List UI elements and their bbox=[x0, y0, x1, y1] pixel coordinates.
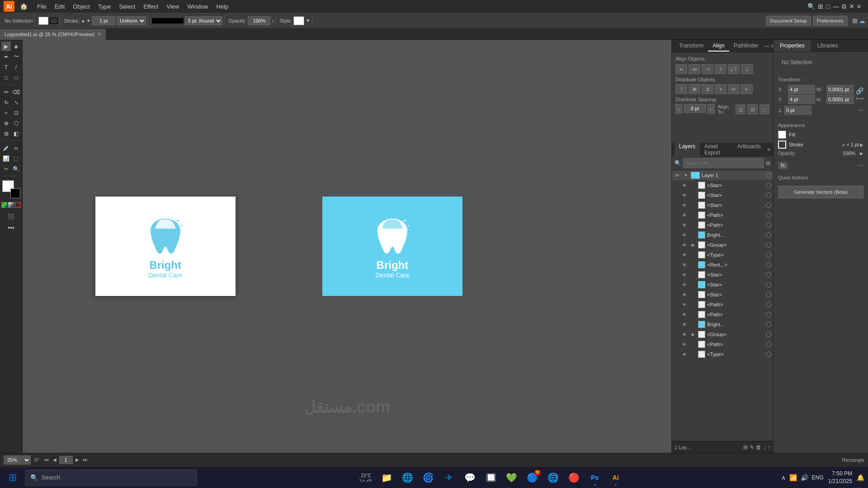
dist-left-btn[interactable]: ⊧ bbox=[715, 84, 726, 94]
layer-vis-star1[interactable]: 👁 bbox=[681, 182, 688, 189]
pen-tool[interactable]: ✒ bbox=[1, 52, 11, 61]
screen-mode-btn[interactable]: ⬛ bbox=[2, 211, 20, 221]
minimize-btn[interactable]: — bbox=[833, 3, 839, 10]
layer-delete-btn[interactable]: 🗑 bbox=[756, 444, 761, 450]
x-input[interactable] bbox=[788, 85, 815, 94]
curvature-tool[interactable]: 〜 bbox=[11, 52, 21, 61]
layer-expand-1[interactable]: ▼ bbox=[683, 172, 689, 178]
taskbar-edge[interactable]: 🌐 bbox=[399, 469, 417, 487]
zoom-tool[interactable]: 🔍 bbox=[11, 164, 21, 174]
taskbar-file-explorer[interactable]: 📁 bbox=[378, 469, 396, 487]
layer-vis-path2[interactable]: 👁 bbox=[681, 221, 688, 229]
notification-icon[interactable]: 🔔 bbox=[857, 474, 864, 481]
layer-vis-path4[interactable]: 👁 bbox=[681, 311, 688, 318]
layer-vis-type1[interactable]: 👁 bbox=[681, 251, 688, 258]
y-input[interactable] bbox=[788, 95, 815, 104]
taskbar-photoshop[interactable]: Ps bbox=[586, 469, 604, 487]
align-right-btn[interactable]: ⊣ bbox=[702, 64, 713, 74]
align-bottom-btn[interactable]: ⊥ bbox=[741, 64, 753, 74]
taskbar-telegram[interactable]: ✈ bbox=[440, 469, 458, 487]
next-artboard-btn[interactable]: ▶ bbox=[74, 456, 81, 464]
align-center-h-btn[interactable]: ⊣⊢ bbox=[689, 64, 700, 74]
menu-type[interactable]: Type bbox=[94, 2, 114, 11]
search-icon[interactable]: 🔍 bbox=[807, 3, 815, 10]
line-tool[interactable]: / bbox=[11, 62, 21, 72]
doc-tab[interactable]: Logoedited1.ai @ 25 % (CMYK/Preview) ✕ bbox=[0, 29, 106, 40]
scale-tool[interactable]: ⤡ bbox=[11, 98, 21, 107]
layer-item-star2[interactable]: 👁 <Star> bbox=[672, 190, 773, 200]
tab-align[interactable]: Align bbox=[708, 41, 729, 52]
tab-asset-export[interactable]: Asset Export bbox=[700, 141, 733, 158]
layer-item-type1[interactable]: 👁 <Type> bbox=[672, 250, 773, 260]
taskbar-discord[interactable]: 💬 bbox=[461, 469, 479, 487]
w-input[interactable] bbox=[826, 85, 854, 94]
gradient-tool[interactable]: ◧ bbox=[11, 129, 21, 138]
layer-vis-path3[interactable]: 👁 bbox=[681, 301, 688, 308]
layer-item-1[interactable]: 👁 ▼ Layer 1 bbox=[672, 170, 773, 180]
stroke-down-icon[interactable]: ▼ bbox=[846, 143, 850, 147]
close-btn[interactable]: ✕ bbox=[849, 3, 854, 10]
layer-target-bright2[interactable] bbox=[766, 322, 771, 327]
opacity-input[interactable] bbox=[248, 16, 270, 25]
layer-item-path2[interactable]: 👁 <Path> bbox=[672, 220, 773, 230]
layer-target-star1[interactable] bbox=[766, 183, 771, 188]
more-tools-btn[interactable]: ••• bbox=[2, 223, 20, 232]
tab-properties[interactable]: Properties bbox=[774, 40, 811, 52]
color-boxes[interactable] bbox=[2, 180, 20, 198]
taskbar-whatsapp[interactable]: 💚 bbox=[503, 469, 521, 487]
stroke-swatch[interactable] bbox=[778, 141, 786, 149]
constrain-icon[interactable]: 🔗 bbox=[856, 87, 863, 94]
layer-item-bright2[interactable]: 👁 Bright... bbox=[672, 319, 773, 329]
menu-view[interactable]: View bbox=[163, 2, 183, 11]
transform-more-icon[interactable]: ⋯ bbox=[858, 107, 863, 113]
layer-target-path3[interactable] bbox=[766, 302, 771, 307]
fill-swatch[interactable] bbox=[778, 131, 786, 139]
artboard-tool[interactable]: ⬚ bbox=[11, 154, 21, 163]
menu-edit[interactable]: Edit bbox=[51, 2, 68, 11]
layer-vis-bright2[interactable]: 👁 bbox=[681, 321, 688, 328]
layer-target-star4[interactable] bbox=[766, 272, 771, 277]
spacing-input[interactable] bbox=[684, 104, 706, 113]
layer-target-path1[interactable] bbox=[766, 212, 771, 218]
type-tool[interactable]: T bbox=[1, 62, 11, 72]
layer-vis-rect[interactable]: 👁 bbox=[681, 261, 688, 268]
menu-object[interactable]: Object bbox=[69, 2, 94, 11]
layer-expand-group1[interactable]: ▶ bbox=[690, 242, 696, 248]
tab-layers[interactable]: Layers bbox=[675, 141, 700, 158]
layer-item-rect[interactable]: 👁 <Rect...> bbox=[672, 260, 773, 270]
tab-libraries[interactable]: Libraries bbox=[811, 40, 844, 52]
blob-brush-tool[interactable]: ⬭ bbox=[11, 73, 21, 82]
doc-tab-close[interactable]: ✕ bbox=[97, 31, 101, 37]
tab-transform[interactable]: Transform bbox=[675, 41, 708, 52]
cloud-icon[interactable]: ☁ bbox=[859, 17, 865, 24]
align-left-btn[interactable]: ⊢ bbox=[675, 64, 687, 74]
layer-target-type2[interactable] bbox=[766, 352, 771, 357]
opacity-expand-icon[interactable]: ▶ bbox=[860, 151, 863, 156]
align-to-artboard-btn[interactable]: ⬚ bbox=[760, 104, 769, 114]
layer-vis-star5[interactable]: 👁 bbox=[681, 281, 688, 288]
stroke-up-arrow[interactable]: ▲ bbox=[81, 19, 85, 23]
document-setup-button[interactable]: Document Setup bbox=[766, 16, 811, 26]
tab-pathfinder[interactable]: Pathfinder bbox=[729, 41, 763, 52]
stroke-input[interactable] bbox=[92, 16, 115, 25]
tab-artboards[interactable]: Artboards bbox=[733, 141, 765, 158]
align-to-selection-btn[interactable]: ◫ bbox=[736, 104, 745, 114]
dist-space-v-btn[interactable]: ↕ bbox=[675, 104, 682, 114]
taskbar-notification-badge-app[interactable]: 🔵 💚 bbox=[524, 469, 542, 487]
layer-target-path4[interactable] bbox=[766, 312, 771, 317]
stroke-down-arrow[interactable]: ▼ bbox=[86, 19, 90, 23]
first-artboard-btn[interactable]: ⏮ bbox=[43, 456, 50, 464]
stroke-color-box[interactable] bbox=[50, 18, 58, 24]
puppet-warp-tool[interactable]: ⊕ bbox=[1, 118, 11, 128]
zoom-select[interactable]: 25% bbox=[4, 455, 31, 465]
layer-vis-bright1[interactable]: 👁 bbox=[681, 231, 688, 239]
layer-target-path2[interactable] bbox=[766, 222, 771, 228]
menu-window[interactable]: Window bbox=[184, 2, 212, 11]
rectangle-tool[interactable]: □ bbox=[1, 73, 11, 82]
align-center-v-btn[interactable]: ⊥⊤ bbox=[728, 64, 740, 74]
layer-vis-group1[interactable]: 👁 bbox=[681, 241, 688, 249]
layer-target-1[interactable] bbox=[766, 173, 771, 178]
opacity-expand-icon[interactable]: › bbox=[272, 18, 274, 24]
align-top-btn[interactable]: ⊤ bbox=[715, 64, 726, 74]
grid-view-icon[interactable]: ⊞ bbox=[818, 3, 823, 10]
